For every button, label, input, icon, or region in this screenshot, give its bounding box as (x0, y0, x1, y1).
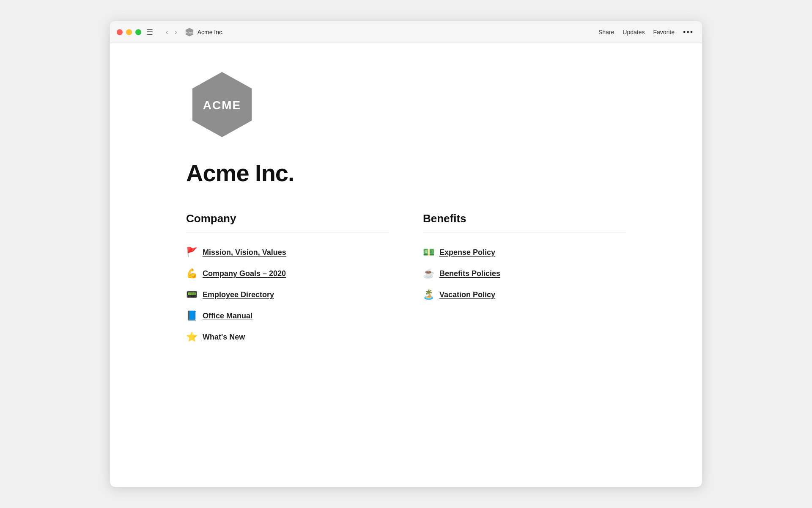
traffic-lights (117, 29, 141, 35)
office-manual-link[interactable]: Office Manual (203, 312, 252, 320)
company-divider (186, 232, 389, 232)
whats-new-icon: ⭐ (186, 331, 198, 342)
main-content: ACME Acme Inc. Company 🚩 Mission, Vision… (110, 43, 702, 487)
goals-link[interactable]: Company Goals – 2020 (203, 269, 286, 278)
benefits-policies-link[interactable]: Benefits Policies (439, 269, 500, 278)
acme-logo-icon: ACME (186, 69, 258, 141)
more-options-button[interactable]: ••• (683, 28, 694, 36)
svg-text:ACME: ACME (186, 31, 193, 34)
benefits-divider (423, 232, 626, 232)
app-window: ☰ ‹ › ACME Acme Inc. Share Updates Favor… (110, 21, 702, 487)
acme-logo-small-icon: ACME (185, 28, 194, 37)
titlebar: ☰ ‹ › ACME Acme Inc. Share Updates Favor… (110, 21, 702, 43)
directory-icon: 📟 (186, 289, 198, 300)
share-button[interactable]: Share (598, 29, 614, 36)
list-item: 💵 Expense Policy (423, 243, 626, 262)
nav-controls: ‹ › (163, 27, 180, 38)
page-heading: Acme Inc. (186, 159, 626, 187)
breadcrumb-title: Acme Inc. (198, 29, 224, 36)
list-item: ☕ Benefits Policies (423, 264, 626, 283)
maximize-button[interactable] (135, 29, 141, 35)
benefits-icon: ☕ (423, 268, 434, 279)
back-button[interactable]: ‹ (163, 27, 170, 38)
expense-policy-link[interactable]: Expense Policy (439, 248, 495, 257)
breadcrumb: ACME Acme Inc. (185, 28, 224, 37)
list-item: 🚩 Mission, Vision, Values (186, 243, 389, 262)
company-links-list: 🚩 Mission, Vision, Values 💪 Company Goal… (186, 243, 389, 347)
list-item: 📟 Employee Directory (186, 285, 389, 304)
list-item: 🏝️ Vacation Policy (423, 285, 626, 304)
mission-link[interactable]: Mission, Vision, Values (203, 248, 286, 257)
svg-text:ACME: ACME (203, 99, 241, 112)
list-item: 📘 Office Manual (186, 306, 389, 326)
company-section: Company 🚩 Mission, Vision, Values 💪 Comp… (186, 212, 389, 347)
mission-icon: 🚩 (186, 247, 198, 258)
list-item: ⭐ What's New (186, 327, 389, 347)
benefits-links-list: 💵 Expense Policy ☕ Benefits Policies 🏝️ … (423, 243, 626, 304)
goals-icon: 💪 (186, 268, 198, 279)
vacation-policy-link[interactable]: Vacation Policy (439, 290, 495, 299)
whats-new-link[interactable]: What's New (203, 333, 245, 342)
sections-grid: Company 🚩 Mission, Vision, Values 💪 Comp… (186, 212, 626, 364)
sidebar-toggle-button[interactable]: ☰ (143, 26, 156, 39)
company-section-heading: Company (186, 212, 389, 225)
manual-icon: 📘 (186, 310, 198, 321)
benefits-section: Benefits 💵 Expense Policy ☕ Benefits Pol… (423, 212, 626, 347)
forward-button[interactable]: › (172, 27, 179, 38)
updates-button[interactable]: Updates (623, 29, 645, 36)
expense-icon: 💵 (423, 247, 434, 258)
vacation-icon: 🏝️ (423, 289, 434, 300)
close-button[interactable] (117, 29, 123, 35)
benefits-section-heading: Benefits (423, 212, 626, 225)
titlebar-actions: Share Updates Favorite ••• (598, 28, 694, 36)
logo-container: ACME (186, 69, 626, 142)
employee-directory-link[interactable]: Employee Directory (203, 290, 274, 299)
minimize-button[interactable] (126, 29, 132, 35)
favorite-button[interactable]: Favorite (653, 29, 675, 36)
list-item: 💪 Company Goals – 2020 (186, 264, 389, 283)
